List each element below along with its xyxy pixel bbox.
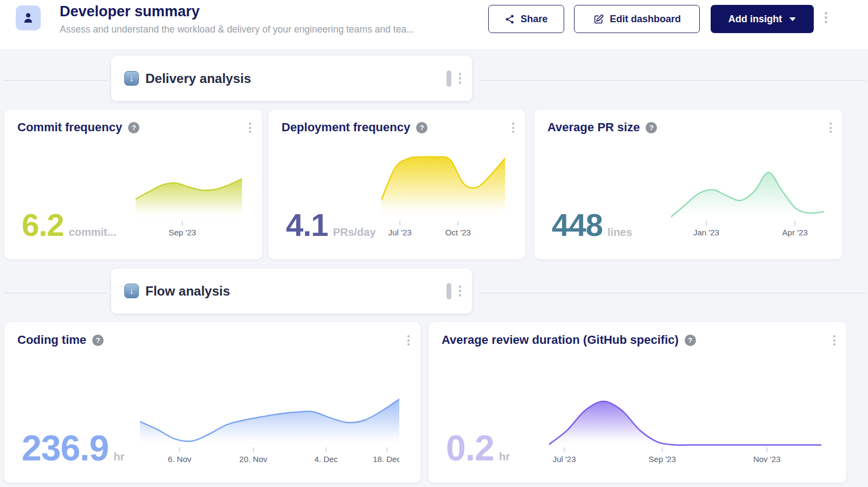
dashboard-header: Developer summary Assess and understand … [0,0,868,49]
card-kebab-menu[interactable] [833,335,835,345]
card-kebab-menu[interactable] [407,335,410,345]
card-deployment-frequency: Deployment frequency ? 4.1 PRs/day Jul '… [269,110,525,259]
share-button-label: Share [520,14,547,25]
svg-text:Jul '23: Jul '23 [553,454,576,464]
sparkline-chart: Jul '23Sep '23Nov '23 [549,399,821,465]
metric: 4.1 PRs/day [286,207,376,243]
person-icon [21,11,35,25]
edit-dashboard-button-label: Edit dashboard [610,14,681,25]
edit-dashboard-button[interactable]: Edit dashboard [574,5,700,33]
page-subtitle: Assess and understand the workload & del… [60,24,414,35]
metric-unit: hr [113,451,124,463]
svg-text:Sep '23: Sep '23 [649,454,676,464]
section-title: Delivery analysis [145,71,251,86]
card-average-review-duration: Average review duration (GitHub specific… [429,322,846,483]
metric-unit: PRs/day [333,226,376,239]
metric-value: 6.2 [22,207,64,243]
help-icon[interactable]: ? [685,335,696,346]
section-header-delivery-analysis: ↓ Delivery analysis [111,56,472,101]
dashboard-avatar [16,5,41,30]
card-title: Commit frequency [17,120,122,134]
card-kebab-menu[interactable] [512,123,514,133]
sparkline-chart: 6. Nov20. Nov4. Dec18. Dec [140,397,399,465]
page-title: Developer summary [60,3,200,20]
section-divider [4,80,106,81]
metric: 6.2 commit... [22,207,116,243]
svg-text:Nov '23: Nov '23 [753,454,780,464]
svg-text:Jan '23: Jan '23 [693,228,719,237]
section-kebab-menu[interactable] [459,285,462,297]
help-icon[interactable]: ? [416,122,427,133]
add-insight-button-label: Add insight [729,14,782,25]
card-title: Average review duration (GitHub specific… [442,333,679,347]
share-icon [505,14,515,24]
card-kebab-menu[interactable] [249,123,251,133]
help-icon[interactable]: ? [92,335,104,346]
metric: 448 lines [552,207,632,243]
metric-value: 236.9 [22,427,108,469]
metric: 0.2 hr [446,427,510,469]
add-insight-button[interactable]: Add insight [711,5,814,33]
metric-unit: lines [608,226,633,239]
svg-text:Apr '23: Apr '23 [782,228,808,237]
metric: 236.9 hr [22,427,124,469]
developer-summary-dashboard: Developer summary Assess and understand … [0,0,868,487]
svg-text:Sep '23: Sep '23 [169,228,196,237]
svg-text:6. Nov: 6. Nov [168,454,192,464]
section-divider [480,293,866,293]
metric-value: 0.2 [446,427,494,469]
svg-text:20. Nov: 20. Nov [239,454,267,464]
svg-text:18. Dec: 18. Dec [373,454,399,464]
metric-value: 4.1 [286,207,328,243]
card-average-pr-size: Average PR size ? 448 lines Jan '23Apr '… [534,110,843,259]
chevron-down-icon [789,17,796,21]
card-coding-time: Coding time ? 236.9 hr 6. Nov20. Nov4. D… [4,322,420,483]
card-title: Average PR size [547,120,640,134]
sparkline-chart: Jan '23Apr '23 [671,170,824,239]
header-kebab-menu[interactable] [825,12,827,23]
down-arrow-emoji-icon: ↓ [124,71,139,86]
svg-text:4. Dec: 4. Dec [315,454,339,464]
share-button[interactable]: Share [488,5,564,33]
section-header-flow-analysis: ↓ Flow analysis [111,268,472,313]
svg-text:Jul '23: Jul '23 [388,228,412,237]
down-arrow-emoji-icon: ↓ [124,284,139,298]
card-title: Deployment frequency [282,120,410,134]
edit-pencil-icon [593,14,604,25]
metric-value: 448 [552,207,603,243]
help-icon[interactable]: ? [128,122,139,133]
sparkline-chart: Jul '23Oct '23 [381,153,505,239]
help-icon[interactable]: ? [646,122,657,133]
card-kebab-menu[interactable] [829,123,832,133]
metric-unit: commit... [69,226,117,239]
section-divider [480,80,866,81]
section-drag-handle[interactable] [446,283,451,299]
card-title: Coding time [17,333,86,347]
sparkline-chart: Sep '23 [136,177,242,239]
section-kebab-menu[interactable] [459,73,462,84]
svg-text:Oct '23: Oct '23 [445,228,471,237]
section-title: Flow analysis [145,284,230,299]
section-divider [4,293,106,293]
section-drag-handle[interactable] [446,71,451,87]
metric-unit: hr [499,451,510,463]
card-commit-frequency: Commit frequency ? 6.2 commit... Sep '23 [4,110,262,259]
